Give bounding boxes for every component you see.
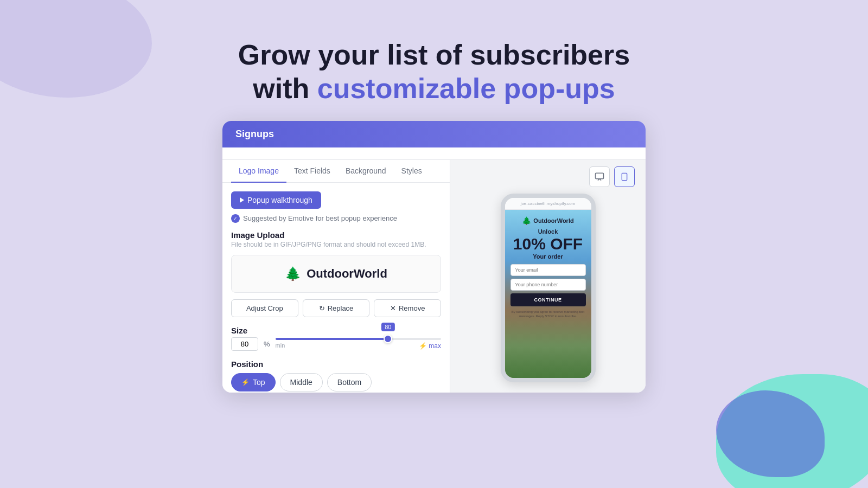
left-panel: Logo Image Text Fields Background Styles… [222,160,450,393]
replace-label: Replace [328,304,354,312]
popup-fine-print: By subscribing you agree to receive mark… [510,310,586,319]
mobile-icon [620,172,629,182]
position-top-label: Top [253,378,265,387]
size-section: Size % 80 min ⚡ max [231,326,441,351]
suggestion-row: Suggested by Emotive for best popup expe… [231,214,441,223]
slider-min-label: min [276,342,285,350]
suggestion-text: Suggested by Emotive for best popup expe… [243,214,397,222]
position-top-icon: ⚡ [241,378,250,386]
walkthrough-label: Popup walkthrough [247,196,312,204]
popup-logo-icon: 🌲 [522,216,531,225]
image-upload-subtitle: File should be in GIF/JPG/PNG format and… [231,241,441,248]
phone-address-bar: joe-caccinelli.myshopify.com [505,198,591,210]
slider-thumb[interactable] [384,335,392,343]
tab-background[interactable]: Background [338,160,394,183]
popup-order: Your order [533,253,563,260]
popup-continue-btn[interactable]: CONTINUE [510,293,586,306]
position-top-button[interactable]: ⚡ Top [231,373,276,391]
inner-strip [222,147,646,159]
position-section: Position ⚡ Top Middle Bottom [231,359,441,391]
slider-fill [276,338,388,340]
popup-unlock: Unlock [538,228,558,235]
slider-track[interactable] [276,338,441,340]
image-upload-title: Image Upload [231,230,441,240]
size-unit: % [264,340,270,348]
signups-title: Signups [235,129,274,139]
size-title: Size [231,326,441,335]
tab-styles[interactable]: Styles [394,160,430,183]
play-icon [240,197,244,203]
desktop-toggle[interactable] [589,166,610,187]
remove-icon: ✕ [390,304,396,312]
right-panel: joe-caccinelli.myshopify.com 🌲 OutdoorWo… [450,160,646,393]
device-toggles [589,166,635,187]
tab-logo-image[interactable]: Logo Image [231,160,286,183]
logo-preview: 🌲 OutdoorWorld [285,266,387,281]
slider-labels: min ⚡ max [276,342,441,350]
position-middle-label: Middle [290,378,312,387]
phone-mockup: joe-caccinelli.myshopify.com 🌲 OutdoorWo… [501,194,596,382]
mobile-toggle[interactable] [614,166,635,187]
hero-line2-highlight: customizable pop-ups [317,73,615,104]
popup-logo-text: OutdoorWorld [533,217,573,224]
action-buttons: Adjust Crop ↻ Replace ✕ Remove [231,299,441,317]
popup-content-overlay: 🌲 OutdoorWorld Unlock 10% OFF Your order… [505,210,591,378]
tree-icon: 🌲 [285,266,301,281]
main-card: Signups Logo Image Text Fields Backgroun… [222,121,646,393]
size-row: % 80 min ⚡ max [231,337,441,351]
popup-logo: 🌲 OutdoorWorld [522,216,573,225]
popup-discount: 10% OFF [513,236,583,252]
phone-popup: 🌲 OutdoorWorld Unlock 10% OFF Your order… [505,210,591,378]
slider-max-icon: ⚡ max [419,342,441,350]
size-input[interactable] [231,337,258,351]
slider-max-label: max [429,342,441,350]
hero-heading: Grow your list of subscribers with custo… [0,38,868,106]
panel-content: Popup walkthrough Suggested by Emotive f… [222,183,450,393]
position-buttons: ⚡ Top Middle Bottom [231,373,441,391]
walkthrough-button[interactable]: Popup walkthrough [231,191,321,209]
emotive-dot [231,214,240,223]
hero-line1: Grow your list of subscribers [238,39,630,70]
image-upload-box: 🌲 OutdoorWorld [231,255,441,293]
svg-rect-0 [596,173,604,179]
position-bottom-label: Bottom [337,378,361,387]
position-bottom-button[interactable]: Bottom [327,373,372,391]
popup-phone-input[interactable] [510,279,586,291]
desktop-icon [595,172,604,182]
size-slider-container: 80 min ⚡ max [276,338,441,350]
position-title: Position [231,359,441,369]
hero-line2-normal: with [253,73,317,104]
tabs-bar: Logo Image Text Fields Background Styles [222,160,450,183]
position-middle-button[interactable]: Middle [280,373,323,391]
hero-section: Grow your list of subscribers with custo… [0,0,868,106]
remove-label: Remove [399,304,425,312]
logo-text: OutdoorWorld [307,267,387,281]
popup-email-input[interactable] [510,264,586,276]
signups-bar: Signups [222,121,646,147]
slider-value-bubble: 80 [381,323,394,331]
adjust-crop-label: Adjust Crop [246,304,283,312]
replace-icon: ↻ [319,304,325,312]
adjust-crop-button[interactable]: Adjust Crop [231,299,298,317]
replace-button[interactable]: ↻ Replace [303,299,370,317]
tab-text-fields[interactable]: Text Fields [286,160,338,183]
remove-button[interactable]: ✕ Remove [374,299,441,317]
editor-container: Logo Image Text Fields Background Styles… [222,159,646,393]
